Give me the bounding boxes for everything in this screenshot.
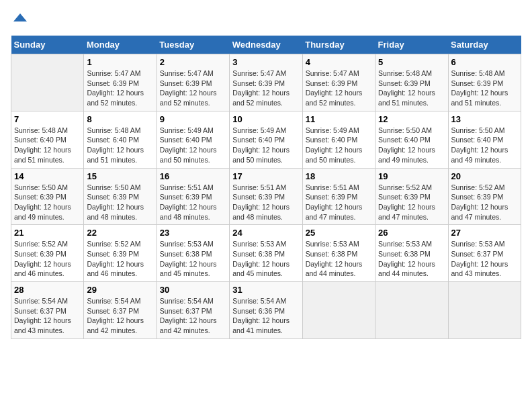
day-info: Sunrise: 5:50 AM Sunset: 6:40 PM Dayligh… <box>451 126 518 165</box>
day-number: 16 <box>160 171 226 181</box>
day-number: 14 <box>14 171 81 181</box>
day-cell: 22Sunrise: 5:52 AM Sunset: 6:39 PM Dayli… <box>84 225 157 282</box>
day-info: Sunrise: 5:47 AM Sunset: 6:39 PM Dayligh… <box>160 68 226 108</box>
day-info: Sunrise: 5:51 AM Sunset: 6:39 PM Dayligh… <box>160 183 226 222</box>
day-info: Sunrise: 5:53 AM Sunset: 6:38 PM Dayligh… <box>232 239 299 279</box>
svg-marker-0 <box>13 13 27 21</box>
logo-text <box>11 11 28 30</box>
header-monday: Monday <box>84 36 157 54</box>
day-info: Sunrise: 5:50 AM Sunset: 6:40 PM Dayligh… <box>378 126 445 165</box>
day-info: Sunrise: 5:53 AM Sunset: 6:38 PM Dayligh… <box>306 239 372 279</box>
day-info: Sunrise: 5:49 AM Sunset: 6:40 PM Dayligh… <box>232 126 299 165</box>
day-info: Sunrise: 5:54 AM Sunset: 6:36 PM Dayligh… <box>232 296 299 336</box>
day-info: Sunrise: 5:49 AM Sunset: 6:40 PM Dayligh… <box>160 126 226 165</box>
header-wednesday: Wednesday <box>230 36 302 54</box>
day-info: Sunrise: 5:53 AM Sunset: 6:37 PM Dayligh… <box>451 239 518 279</box>
day-info: Sunrise: 5:51 AM Sunset: 6:39 PM Dayligh… <box>232 183 299 222</box>
day-number: 4 <box>306 57 372 67</box>
week-row-5: 28Sunrise: 5:54 AM Sunset: 6:37 PM Dayli… <box>11 282 521 339</box>
day-number: 24 <box>232 228 299 238</box>
day-cell: 27Sunrise: 5:53 AM Sunset: 6:37 PM Dayli… <box>448 225 521 282</box>
day-number: 27 <box>451 228 518 238</box>
day-info: Sunrise: 5:53 AM Sunset: 6:38 PM Dayligh… <box>378 239 445 279</box>
header-tuesday: Tuesday <box>157 36 229 54</box>
day-cell: 8Sunrise: 5:48 AM Sunset: 6:40 PM Daylig… <box>84 111 157 168</box>
day-number: 6 <box>451 57 518 67</box>
day-cell: 28Sunrise: 5:54 AM Sunset: 6:37 PM Dayli… <box>11 282 84 339</box>
day-cell: 20Sunrise: 5:52 AM Sunset: 6:39 PM Dayli… <box>448 168 521 225</box>
day-cell: 18Sunrise: 5:51 AM Sunset: 6:39 PM Dayli… <box>302 168 375 225</box>
header-sunday: Sunday <box>11 36 84 54</box>
day-cell: 13Sunrise: 5:50 AM Sunset: 6:40 PM Dayli… <box>448 111 521 168</box>
day-cell: 9Sunrise: 5:49 AM Sunset: 6:40 PM Daylig… <box>157 111 229 168</box>
day-cell: 5Sunrise: 5:48 AM Sunset: 6:39 PM Daylig… <box>375 54 448 111</box>
day-cell: 30Sunrise: 5:54 AM Sunset: 6:37 PM Dayli… <box>157 282 229 339</box>
week-row-4: 21Sunrise: 5:52 AM Sunset: 6:39 PM Dayli… <box>11 225 521 282</box>
week-row-2: 7Sunrise: 5:48 AM Sunset: 6:40 PM Daylig… <box>11 111 521 168</box>
day-number: 19 <box>378 171 445 181</box>
day-info: Sunrise: 5:47 AM Sunset: 6:39 PM Dayligh… <box>306 68 372 108</box>
day-cell: 11Sunrise: 5:49 AM Sunset: 6:40 PM Dayli… <box>302 111 375 168</box>
day-number: 8 <box>87 114 153 124</box>
day-number: 23 <box>160 228 226 238</box>
day-cell: 19Sunrise: 5:52 AM Sunset: 6:39 PM Dayli… <box>375 168 448 225</box>
day-cell: 15Sunrise: 5:50 AM Sunset: 6:39 PM Dayli… <box>84 168 157 225</box>
day-number: 20 <box>451 171 518 181</box>
day-number: 21 <box>14 228 81 238</box>
day-number: 31 <box>232 285 299 295</box>
day-info: Sunrise: 5:50 AM Sunset: 6:39 PM Dayligh… <box>87 183 153 222</box>
day-number: 22 <box>87 228 153 238</box>
day-number: 11 <box>306 114 372 124</box>
day-cell: 29Sunrise: 5:54 AM Sunset: 6:37 PM Dayli… <box>84 282 157 339</box>
day-cell: 7Sunrise: 5:48 AM Sunset: 6:40 PM Daylig… <box>11 111 84 168</box>
day-info: Sunrise: 5:48 AM Sunset: 6:40 PM Dayligh… <box>87 126 153 165</box>
day-cell: 1Sunrise: 5:47 AM Sunset: 6:39 PM Daylig… <box>84 54 157 111</box>
day-info: Sunrise: 5:47 AM Sunset: 6:39 PM Dayligh… <box>87 68 153 108</box>
day-info: Sunrise: 5:48 AM Sunset: 6:39 PM Dayligh… <box>451 68 518 108</box>
day-number: 2 <box>160 57 226 67</box>
day-info: Sunrise: 5:54 AM Sunset: 6:37 PM Dayligh… <box>160 296 226 336</box>
day-cell: 23Sunrise: 5:53 AM Sunset: 6:38 PM Dayli… <box>157 225 229 282</box>
day-cell: 21Sunrise: 5:52 AM Sunset: 6:39 PM Dayli… <box>11 225 84 282</box>
day-cell: 4Sunrise: 5:47 AM Sunset: 6:39 PM Daylig… <box>302 54 375 111</box>
day-info: Sunrise: 5:48 AM Sunset: 6:39 PM Dayligh… <box>378 68 445 108</box>
day-cell: 25Sunrise: 5:53 AM Sunset: 6:38 PM Dayli… <box>302 225 375 282</box>
day-cell: 2Sunrise: 5:47 AM Sunset: 6:39 PM Daylig… <box>157 54 229 111</box>
day-cell: 16Sunrise: 5:51 AM Sunset: 6:39 PM Dayli… <box>157 168 229 225</box>
day-number: 10 <box>232 114 299 124</box>
day-number: 30 <box>160 285 226 295</box>
header-thursday: Thursday <box>302 36 375 54</box>
day-cell: 10Sunrise: 5:49 AM Sunset: 6:40 PM Dayli… <box>230 111 302 168</box>
day-number: 15 <box>87 171 153 181</box>
calendar-table: SundayMondayTuesdayWednesdayThursdayFrid… <box>11 36 521 339</box>
day-cell: 14Sunrise: 5:50 AM Sunset: 6:39 PM Dayli… <box>11 168 84 225</box>
day-number: 28 <box>14 285 81 295</box>
day-cell <box>375 282 448 339</box>
day-cell: 24Sunrise: 5:53 AM Sunset: 6:38 PM Dayli… <box>230 225 302 282</box>
day-cell <box>11 54 84 111</box>
day-cell: 31Sunrise: 5:54 AM Sunset: 6:36 PM Dayli… <box>230 282 302 339</box>
logo-icon <box>12 11 28 27</box>
day-number: 9 <box>160 114 226 124</box>
day-number: 3 <box>232 57 299 67</box>
day-info: Sunrise: 5:54 AM Sunset: 6:37 PM Dayligh… <box>14 296 81 336</box>
page-header <box>11 11 521 30</box>
day-number: 29 <box>87 285 153 295</box>
day-number: 12 <box>378 114 445 124</box>
day-number: 1 <box>87 57 153 67</box>
day-info: Sunrise: 5:52 AM Sunset: 6:39 PM Dayligh… <box>87 239 153 279</box>
week-row-1: 1Sunrise: 5:47 AM Sunset: 6:39 PM Daylig… <box>11 54 521 111</box>
day-number: 13 <box>451 114 518 124</box>
logo <box>11 11 28 30</box>
day-cell: 26Sunrise: 5:53 AM Sunset: 6:38 PM Dayli… <box>375 225 448 282</box>
day-info: Sunrise: 5:52 AM Sunset: 6:39 PM Dayligh… <box>14 239 81 279</box>
day-number: 26 <box>378 228 445 238</box>
day-info: Sunrise: 5:49 AM Sunset: 6:40 PM Dayligh… <box>306 126 372 165</box>
day-info: Sunrise: 5:47 AM Sunset: 6:39 PM Dayligh… <box>232 68 299 108</box>
day-number: 7 <box>14 114 81 124</box>
header-row: SundayMondayTuesdayWednesdayThursdayFrid… <box>11 36 521 54</box>
day-info: Sunrise: 5:53 AM Sunset: 6:38 PM Dayligh… <box>160 239 226 279</box>
day-cell <box>448 282 521 339</box>
week-row-3: 14Sunrise: 5:50 AM Sunset: 6:39 PM Dayli… <box>11 168 521 225</box>
day-cell: 6Sunrise: 5:48 AM Sunset: 6:39 PM Daylig… <box>448 54 521 111</box>
